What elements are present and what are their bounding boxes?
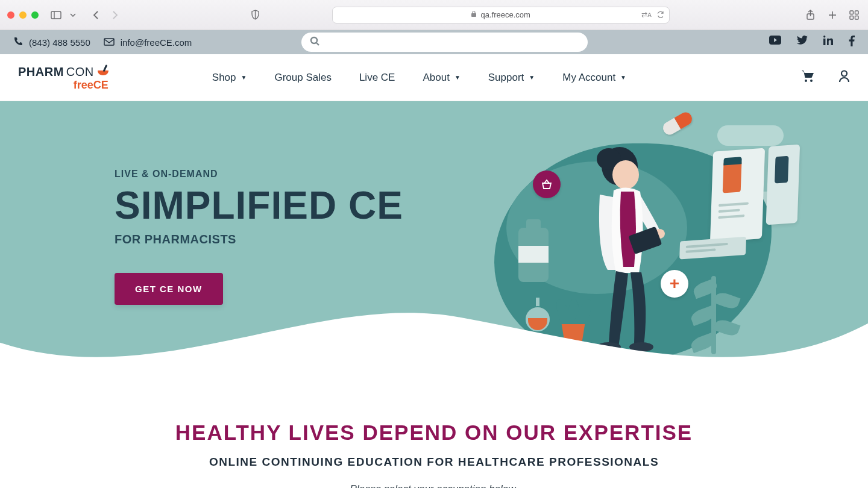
address-bar[interactable]: qa.freece.com ⇄ᴀ — [332, 7, 670, 23]
svg-point-20 — [841, 71, 847, 77]
logo-subtext: freeCE — [74, 80, 108, 90]
section-headline: HEALTHY LIVES DEPEND ON OUR EXPERTISE — [0, 421, 868, 445]
phone-icon — [13, 37, 23, 48]
svg-point-23 — [612, 160, 639, 189]
svg-rect-10 — [855, 16, 858, 19]
maximize-window[interactable] — [31, 11, 39, 19]
caret-down-icon: ▼ — [241, 74, 247, 81]
share-icon[interactable] — [804, 8, 817, 22]
search-input[interactable] — [301, 33, 588, 52]
nav-label: Live CE — [359, 72, 395, 84]
logo[interactable]: PHARMCON freeCE — [18, 64, 110, 90]
svg-point-18 — [805, 80, 807, 82]
social-links — [769, 36, 855, 49]
basket-badge-icon — [533, 170, 561, 198]
svg-rect-8 — [855, 11, 858, 14]
caret-down-icon: ▼ — [454, 74, 461, 81]
twitter-icon[interactable] — [797, 36, 808, 49]
email-text: info@freeCE.com — [121, 37, 192, 48]
reload-icon[interactable] — [656, 10, 664, 20]
screen-panels — [685, 139, 804, 268]
nav-shop[interactable]: Shop▼ — [212, 72, 247, 84]
tabs-overview-icon[interactable] — [848, 8, 861, 22]
hero-subtitle: FOR PHARMACISTS — [115, 233, 403, 246]
svg-line-13 — [316, 43, 319, 45]
contact-bar: (843) 488 5550 info@freeCE.com — [0, 30, 868, 54]
close-window[interactable] — [7, 11, 14, 19]
forward-icon[interactable] — [108, 8, 122, 22]
section-instruction: Please select your occupation below. — [0, 483, 868, 488]
youtube-icon[interactable] — [769, 36, 781, 49]
svg-rect-15 — [823, 39, 825, 45]
search-field[interactable] — [326, 37, 579, 48]
section-subhead: ONLINE CONTINUING EDUCATION FOR HEALTHCA… — [0, 455, 868, 469]
main-nav: PHARMCON freeCE Shop▼ Group Sales Live C… — [0, 54, 868, 101]
window-controls — [7, 11, 39, 19]
svg-point-12 — [311, 37, 317, 43]
svg-rect-11 — [104, 39, 114, 45]
nav-my-account[interactable]: My Account▼ — [562, 72, 626, 84]
pill-icon — [661, 110, 694, 137]
chevron-down-icon[interactable] — [69, 8, 77, 22]
back-icon[interactable] — [89, 8, 102, 22]
caret-down-icon: ▼ — [529, 74, 535, 81]
search-icon — [310, 36, 320, 49]
logo-text-2: CON — [66, 66, 94, 78]
new-tab-icon[interactable] — [826, 8, 839, 22]
nav-about[interactable]: About▼ — [423, 72, 460, 84]
nav-support[interactable]: Support▼ — [488, 72, 535, 84]
nav-label: Group Sales — [274, 72, 332, 84]
medicine-bottle-icon — [518, 228, 549, 282]
logo-text-1: PHARM — [18, 66, 64, 78]
phone-text: (843) 488 5550 — [29, 37, 90, 48]
caret-down-icon: ▼ — [620, 74, 626, 81]
minimize-window[interactable] — [19, 11, 27, 19]
envelope-icon — [104, 37, 115, 48]
svg-point-16 — [823, 36, 825, 37]
email-contact[interactable]: info@freeCE.com — [104, 37, 192, 48]
linkedin-icon[interactable] — [823, 36, 833, 49]
expertise-section: HEALTHY LIVES DEPEND ON OUR EXPERTISE ON… — [0, 384, 868, 488]
svg-point-19 — [810, 80, 813, 82]
nav-label: Shop — [212, 72, 236, 84]
user-icon[interactable] — [838, 70, 850, 85]
lock-icon — [471, 10, 477, 19]
browser-chrome: qa.freece.com ⇄ᴀ — [0, 0, 868, 30]
hero-title: SIMPLIFIED CE — [115, 183, 403, 228]
sidebar-toggle-icon[interactable] — [49, 8, 63, 22]
svg-rect-3 — [471, 13, 476, 17]
hero-eyebrow: LIVE & ON-DEMAND — [115, 169, 403, 180]
phone-contact[interactable]: (843) 488 5550 — [13, 37, 90, 48]
nav-label: Support — [488, 72, 524, 84]
wave-divider — [0, 285, 868, 384]
nav-label: My Account — [562, 72, 615, 84]
facebook-icon[interactable] — [849, 36, 855, 49]
hero-section: LIVE & ON-DEMAND SIMPLIFIED CE FOR PHARM… — [0, 101, 868, 384]
nav-group-sales[interactable]: Group Sales — [274, 72, 332, 84]
cart-icon[interactable] — [801, 70, 814, 85]
svg-rect-0 — [51, 11, 61, 19]
svg-rect-9 — [850, 16, 854, 19]
nav-live-ce[interactable]: Live CE — [359, 72, 395, 84]
nav-label: About — [423, 72, 449, 84]
translate-icon[interactable]: ⇄ᴀ — [641, 10, 652, 20]
url-text: qa.freece.com — [480, 10, 530, 19]
logo-mortar-icon — [96, 64, 110, 78]
svg-rect-7 — [850, 11, 854, 14]
shield-icon[interactable] — [248, 8, 262, 22]
